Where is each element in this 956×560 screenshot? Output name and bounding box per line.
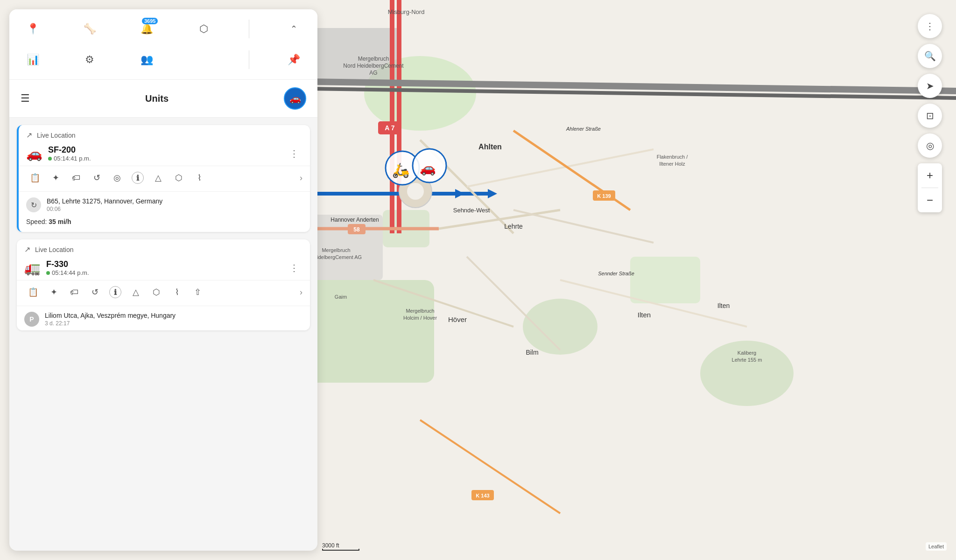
path-icon-1[interactable]: ⌇: [190, 169, 208, 187]
time-ago-1: 00:06: [47, 206, 162, 212]
navigation-icon-1[interactable]: △: [149, 169, 167, 187]
scale-bar-line: [322, 549, 359, 551]
share-icon-2: ↗: [24, 245, 30, 254]
svg-text:Holcim / Hover: Holcim / Hover: [403, 315, 437, 321]
unit-info-row-2: 🚛 F-330 05:14:44 p.m. ⋮: [17, 258, 310, 280]
address-2: Liliom Utca, Ajka, Veszprém megye, Hunga…: [45, 312, 176, 319]
report-icon-1[interactable]: 📋: [26, 169, 44, 187]
location-info-1: B65, Lehrte 31275, Hannover, Germany 00:…: [47, 197, 162, 212]
shield-icon-2[interactable]: ⬡: [148, 283, 165, 301]
units-header: ☰ Units 🚗: [9, 80, 317, 118]
svg-text:Lehrte: Lehrte: [504, 223, 523, 230]
more-menu-2[interactable]: ⋮: [286, 260, 302, 275]
search-button[interactable]: 🔍: [918, 44, 942, 68]
location-row-2: P Liliom Utca, Ajka, Veszprém megye, Hun…: [17, 306, 310, 330]
zoom-out-button[interactable]: −: [918, 188, 942, 212]
chevron-right-icon-1[interactable]: ›: [300, 173, 302, 183]
action-icons-row-1: 📋 ✦ 🏷 ↺ ◎ ℹ △ ⬡ ⌇ ›: [19, 166, 310, 192]
unit-card-f330[interactable]: ↗ Live Location 🚛 F-330 05:14:44 p.m. ⋮: [17, 239, 310, 330]
unit-info-row-1: 🚗 SF-200 05:14:41 p.m. ⋮: [19, 143, 310, 166]
share-icon-1: ↗: [26, 131, 32, 140]
search-icon: 🔍: [924, 50, 936, 62]
collapse-icon[interactable]: ⌃: [282, 17, 306, 41]
more-menu-1[interactable]: ⋮: [286, 146, 302, 161]
unit-left-2: 🚛 F-330 05:14:44 p.m.: [24, 259, 89, 276]
svg-text:K 143: K 143: [476, 493, 489, 498]
svg-text:Ahlener Straße: Ahlener Straße: [566, 126, 601, 132]
unit-card-sf200[interactable]: ↗ Live Location 🚗 SF-200 05:14:41 p.m. ⋮: [17, 125, 310, 232]
scale-text: 3000 ft: [322, 542, 339, 549]
bookmark-icon-1[interactable]: 🏷: [67, 169, 85, 187]
svg-point-59: [407, 183, 424, 200]
svg-text:Lehrte 155 m: Lehrte 155 m: [732, 357, 762, 363]
locate-button[interactable]: ◎: [918, 133, 942, 158]
svg-text:Nord HeidelbergCement: Nord HeidelbergCement: [343, 63, 404, 69]
svg-text:HeidelbergCement AG: HeidelbergCement AG: [310, 254, 362, 260]
navigation-icon-2[interactable]: △: [127, 283, 145, 301]
svg-text:Ilten: Ilten: [717, 302, 730, 309]
toolbar-row-1: 📍 🦴 🔔 3695 ⬡ ⌃: [21, 17, 306, 41]
svg-text:Hannover Anderten: Hannover Anderten: [330, 217, 379, 223]
path-icon-2[interactable]: ⌇: [168, 283, 186, 301]
shield-icon-1[interactable]: ⬡: [170, 169, 188, 187]
unit-name-2: F-330: [46, 259, 89, 269]
navigate-button[interactable]: ➤: [918, 74, 942, 98]
svg-text:A 7: A 7: [385, 124, 394, 132]
map-controls: ⋮ 🔍 ➤ ⊡ ◎ + −: [918, 14, 942, 212]
users-icon[interactable]: 👥: [134, 48, 159, 72]
notifications-icon[interactable]: 🔔 3695: [134, 17, 159, 41]
capture-icon: ⊡: [926, 110, 934, 121]
route-bones-icon[interactable]: 🦴: [77, 17, 102, 41]
menu-icon[interactable]: ☰: [21, 92, 30, 105]
route-icon-1[interactable]: ✦: [47, 169, 64, 187]
svg-point-3: [523, 299, 598, 355]
svg-text:Sennder Straße: Sennder Straße: [598, 271, 634, 276]
svg-text:Mergelbruch: Mergelbruch: [322, 247, 350, 253]
geofence-icon-1[interactable]: ◎: [108, 169, 126, 187]
replay-icon-1[interactable]: ↺: [88, 169, 105, 187]
scale-bar: 3000 ft: [322, 542, 359, 551]
unit-time-1: 05:14:41 p.m.: [48, 155, 91, 162]
route-icon-2[interactable]: ✦: [45, 283, 63, 301]
speed-row-1: Speed: 35 mi/h: [19, 216, 310, 232]
info-icon-1[interactable]: ℹ: [132, 172, 144, 184]
svg-text:58: 58: [353, 226, 360, 233]
zoom-controls: + −: [918, 163, 942, 212]
toolbar-divider-2: [249, 50, 249, 69]
location-pin-icon[interactable]: 📍: [21, 17, 45, 41]
zoom-in-button[interactable]: +: [918, 163, 942, 188]
live-location-label-1: Live Location: [37, 132, 76, 139]
action-icons-row-2: 📋 ✦ 🏷 ↺ ℹ △ ⬡ ⌇ ⇧ ›: [17, 280, 310, 306]
svg-text:Sehnde-West: Sehnde-West: [453, 207, 490, 214]
svg-text:Ilten: Ilten: [638, 311, 651, 319]
info-icon-2[interactable]: ℹ: [109, 286, 121, 298]
settings-wheel-icon[interactable]: ⚙: [77, 48, 102, 72]
svg-text:Gaim: Gaim: [335, 294, 347, 300]
vehicle-icon-1: 🚗: [26, 146, 42, 161]
units-avatar[interactable]: 🚗: [284, 87, 306, 110]
address-1: B65, Lehrte 31275, Hannover, Germany: [47, 197, 162, 205]
capture-button[interactable]: ⊡: [918, 104, 942, 128]
share3-icon-2[interactable]: ⇧: [189, 283, 206, 301]
svg-text:Misburg-Nord: Misburg-Nord: [388, 8, 425, 15]
svg-text:AG: AG: [369, 70, 377, 76]
chart-icon[interactable]: 📊: [21, 48, 45, 72]
bookmark-icon-2[interactable]: 🏷: [65, 283, 83, 301]
replay-icon-2[interactable]: ↺: [86, 283, 104, 301]
report-icon-2[interactable]: 📋: [24, 283, 42, 301]
location-row-1: ↻ B65, Lehrte 31275, Hannover, Germany 0…: [19, 192, 310, 216]
select-area-icon[interactable]: ⬡: [192, 17, 216, 41]
more-options-button[interactable]: ⋮: [918, 14, 942, 38]
location-info-2: Liliom Utca, Ajka, Veszprém megye, Hunga…: [45, 312, 176, 327]
svg-text:Bilm: Bilm: [526, 349, 538, 356]
left-panel: 📍 🦴 🔔 3695 ⬡ ⌃ 📊 ⚙ 👥 📌 ☰ Units 🚗: [9, 9, 317, 551]
svg-text:K 139: K 139: [597, 193, 611, 199]
svg-text:Flakenbruch /: Flakenbruch /: [657, 154, 689, 160]
location-circle-icon-1: ↻: [26, 197, 41, 212]
toolbar-divider: [249, 20, 249, 38]
svg-text:Kaliberg: Kaliberg: [738, 350, 756, 356]
units-list: ↗ Live Location 🚗 SF-200 05:14:41 p.m. ⋮: [9, 118, 317, 551]
pin-icon[interactable]: 📌: [282, 48, 306, 72]
leaflet-attribution[interactable]: Leaflet: [926, 542, 947, 551]
chevron-right-icon-2[interactable]: ›: [300, 287, 302, 297]
